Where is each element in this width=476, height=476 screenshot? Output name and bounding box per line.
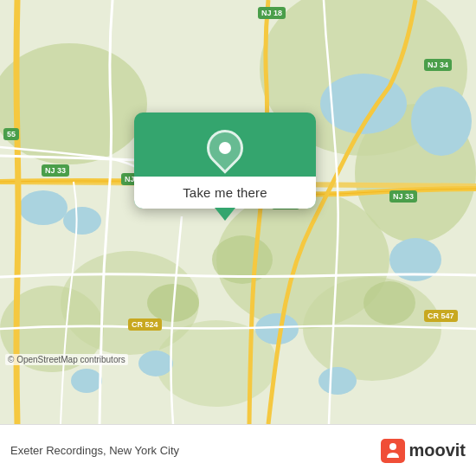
road-label-cr547: CR 547: [424, 310, 458, 322]
road-label-cr524: CR 524: [128, 318, 162, 331]
svg-point-17: [318, 367, 357, 395]
svg-point-14: [255, 313, 299, 344]
svg-point-24: [389, 443, 396, 450]
road-label-nj33d: NJ 33: [389, 190, 417, 203]
moovit-brand-name: moovit: [408, 441, 466, 460]
location-label: Exeter Recordings, New York City: [10, 444, 372, 457]
popup-card: Take me there: [134, 113, 316, 209]
svg-point-9: [19, 190, 68, 225]
map-container: NJ 18 NJ 34 55 NJ 33 NJ 33 NJ 33 NJ 33 C…: [0, 0, 476, 424]
svg-point-12: [411, 87, 472, 156]
road-label-55: 55: [3, 128, 19, 140]
svg-point-20: [363, 281, 415, 325]
road-label-nj34: NJ 34: [424, 59, 452, 71]
moovit-logo: moovit: [381, 439, 466, 463]
svg-point-10: [63, 207, 101, 235]
bottom-bar: Exeter Recordings, New York City moovit: [0, 424, 476, 476]
moovit-icon: [381, 439, 405, 463]
popup-icon-area: [188, 113, 262, 177]
svg-point-16: [71, 369, 102, 393]
take-me-there-button[interactable]: Take me there: [183, 185, 267, 200]
road-label-nj18: NJ 18: [258, 7, 286, 19]
popup-button-area[interactable]: Take me there: [134, 177, 316, 209]
location-pin: [205, 128, 245, 168]
svg-point-15: [138, 351, 173, 376]
road-label-nj33a: NJ 33: [42, 164, 69, 177]
svg-rect-23: [381, 439, 405, 463]
osm-attribution: © OpenStreetMap contributors: [5, 354, 128, 365]
